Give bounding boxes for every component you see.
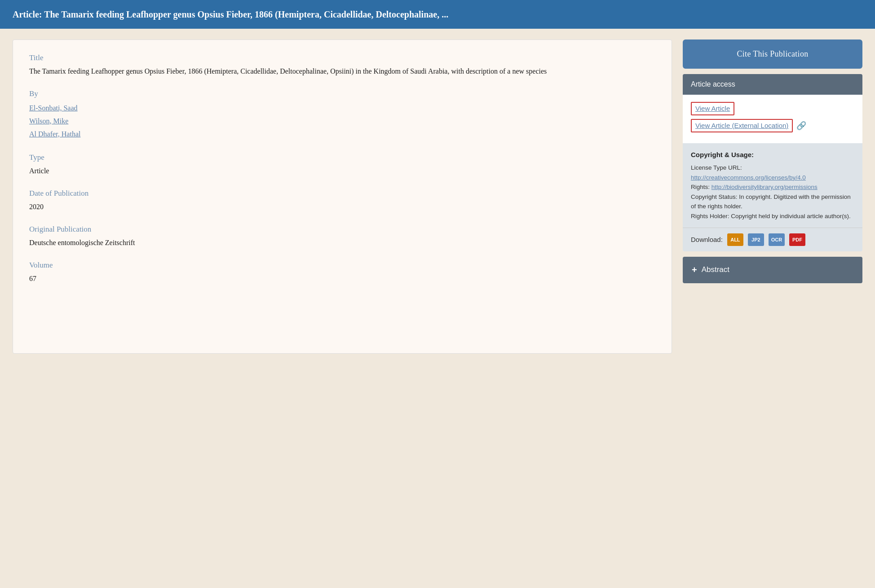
value-title: The Tamarix feeding Leafhopper genus Ops… bbox=[29, 66, 655, 77]
label-by: By bbox=[29, 89, 655, 98]
field-by: By El-Sonbati, Saad Wilson, Mike Al Dhaf… bbox=[29, 89, 655, 140]
download-pdf-badge[interactable]: PDF bbox=[789, 233, 805, 246]
value-type: Article bbox=[29, 166, 655, 176]
license-type-row: License Type URL: http://creativecommons… bbox=[691, 163, 854, 182]
view-article-box: View Article bbox=[691, 102, 734, 115]
label-date: Date of Publication bbox=[29, 189, 655, 198]
rights-holder: Rights Holder: Copyright held by individ… bbox=[691, 211, 854, 221]
download-label: Download: bbox=[691, 236, 723, 243]
author-link-3[interactable]: Al Dhafer, Hathal bbox=[29, 128, 655, 141]
value-by: El-Sonbati, Saad Wilson, Mike Al Dhafer,… bbox=[29, 102, 655, 140]
article-access-header: Article access bbox=[683, 74, 862, 95]
value-date: 2020 bbox=[29, 202, 655, 212]
page-title-bar: Article: The Tamarix feeding Leafhopper … bbox=[0, 0, 875, 29]
label-title: Title bbox=[29, 53, 655, 62]
article-access-panel: Article access View Article View Article… bbox=[683, 74, 862, 251]
field-original-pub: Original Publication Deutsche entomologi… bbox=[29, 225, 655, 248]
access-links-container: View Article View Article (External Loca… bbox=[683, 95, 862, 143]
download-section: Download: ALL JP2 OCR PDF bbox=[683, 228, 862, 251]
field-volume: Volume 67 bbox=[29, 261, 655, 284]
copyright-section: Copyright & Usage: License Type URL: htt… bbox=[683, 143, 862, 228]
label-type: Type bbox=[29, 153, 655, 162]
value-volume: 67 bbox=[29, 273, 655, 284]
abstract-button[interactable]: + Abstract bbox=[683, 257, 862, 283]
sidebar: Cite This Publication Article access Vie… bbox=[683, 39, 862, 354]
value-original-pub: Deutsche entomologische Zeitschrift bbox=[29, 237, 655, 248]
download-all-badge[interactable]: ALL bbox=[727, 233, 743, 246]
view-article-external-link[interactable]: View Article (External Location) bbox=[695, 122, 788, 129]
rights-label: Rights: bbox=[691, 184, 711, 190]
abstract-label: Abstract bbox=[702, 265, 729, 274]
license-url-link[interactable]: http://creativecommons.org/licenses/by/4… bbox=[691, 174, 806, 181]
author-link-1[interactable]: El-Sonbati, Saad bbox=[29, 102, 655, 115]
page-title: Article: The Tamarix feeding Leafhopper … bbox=[13, 9, 448, 19]
label-volume: Volume bbox=[29, 261, 655, 270]
external-link-icon: 🔗 bbox=[796, 121, 806, 131]
page-content: Title The Tamarix feeding Leafhopper gen… bbox=[0, 29, 875, 364]
field-date: Date of Publication 2020 bbox=[29, 189, 655, 212]
download-jp2-badge[interactable]: JP2 bbox=[748, 233, 764, 246]
main-panel: Title The Tamarix feeding Leafhopper gen… bbox=[13, 39, 672, 354]
cite-publication-button[interactable]: Cite This Publication bbox=[683, 39, 862, 69]
view-article-link[interactable]: View Article bbox=[695, 105, 730, 112]
view-article-external-item: View Article (External Location) 🔗 bbox=[691, 119, 854, 132]
copyright-status: Copyright Status: In copyright. Digitize… bbox=[691, 192, 854, 211]
rights-row: Rights: http://biodiversitylibrary.org/p… bbox=[691, 182, 854, 192]
author-link-2[interactable]: Wilson, Mike bbox=[29, 115, 655, 128]
field-type: Type Article bbox=[29, 153, 655, 176]
label-original-pub: Original Publication bbox=[29, 225, 655, 234]
view-article-external-box: View Article (External Location) bbox=[691, 119, 793, 132]
rights-url-link[interactable]: http://biodiversitylibrary.org/permissio… bbox=[711, 184, 818, 190]
download-ocr-badge[interactable]: OCR bbox=[769, 233, 785, 246]
abstract-plus-icon: + bbox=[692, 265, 697, 275]
copyright-title: Copyright & Usage: bbox=[691, 149, 854, 160]
license-label: License Type URL: bbox=[691, 164, 742, 171]
view-article-item: View Article bbox=[691, 102, 854, 115]
field-title: Title The Tamarix feeding Leafhopper gen… bbox=[29, 53, 655, 77]
